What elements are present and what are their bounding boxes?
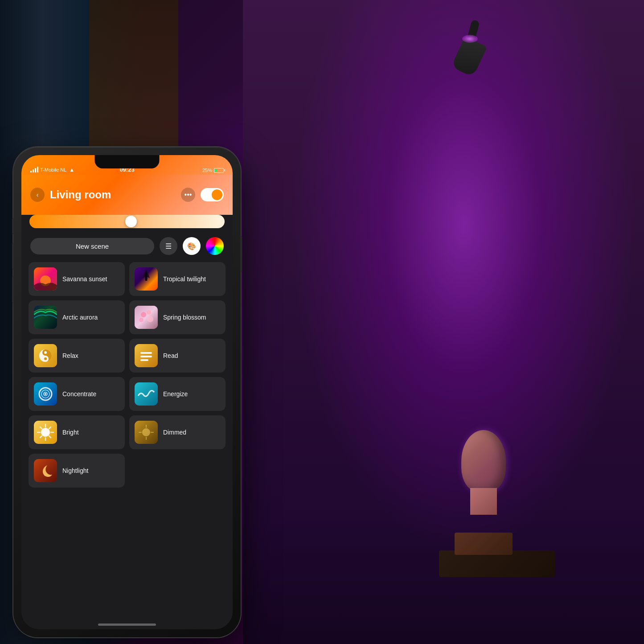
phone-button-right [240, 236, 242, 272]
brightness-thumb [125, 216, 137, 227]
sculpture-neck [470, 488, 497, 515]
phone-button-left-volume-up [12, 243, 14, 270]
scene-item-dimmed[interactable]: Dimmed [129, 415, 226, 449]
scene-item-bright[interactable]: Bright [29, 415, 125, 449]
phone-screen: T-Mobile NL ▲ 09:23 25% ‹ Living room [21, 155, 233, 629]
scene-thumb-nightlight [34, 459, 57, 482]
bg-wall [243, 0, 644, 644]
carrier-label: T-Mobile NL [40, 167, 66, 172]
svg-point-12 [44, 357, 47, 360]
scene-name-energize: Energize [163, 390, 188, 398]
signal-icon [30, 167, 38, 172]
svg-rect-15 [140, 356, 152, 357]
light-fixture [446, 13, 481, 76]
svg-rect-14 [140, 352, 152, 354]
scene-thumb-relax [34, 344, 57, 367]
sculpture [448, 430, 519, 555]
svg-point-34 [142, 428, 150, 436]
svg-rect-4 [135, 306, 158, 329]
list-view-button[interactable]: ☰ [160, 237, 177, 255]
toolbar: New scene ☰ 🎨 [21, 230, 233, 262]
brightness-slider[interactable] [29, 215, 225, 228]
color-wheel-button[interactable] [206, 237, 224, 255]
scene-item-savanna-sunset[interactable]: Savanna sunset [29, 262, 125, 296]
status-left: T-Mobile NL ▲ [30, 167, 95, 173]
palette-view-button[interactable]: 🎨 [183, 237, 201, 255]
list-icon: ☰ [165, 242, 172, 250]
fixture-light [462, 35, 478, 43]
scene-item-read[interactable]: Read [129, 339, 226, 373]
scene-item-energize[interactable]: Energize [129, 377, 226, 411]
phone-body: T-Mobile NL ▲ 09:23 25% ‹ Living room [13, 147, 241, 637]
scene-item-arctic-aurora[interactable]: Arctic aurora [29, 300, 125, 334]
app-header: ‹ Living room ••• [21, 175, 233, 215]
svg-point-24 [41, 428, 50, 437]
scene-item-concentrate[interactable]: Concentrate [29, 377, 125, 411]
svg-point-7 [139, 318, 144, 322]
back-icon: ‹ [37, 191, 39, 198]
svg-point-21 [45, 393, 46, 395]
room-title: Living room [50, 189, 176, 201]
svg-rect-22 [135, 382, 158, 406]
scene-name-arctic: Arctic aurora [62, 314, 98, 321]
scene-thumb-arctic [34, 306, 57, 329]
battery-icon [214, 168, 224, 173]
scene-item-relax[interactable]: Relax [29, 339, 125, 373]
scene-thumb-tropical [135, 267, 158, 291]
battery-percent: 25% [202, 168, 212, 173]
scene-name-concentrate: Concentrate [62, 390, 96, 398]
battery-fill [215, 169, 217, 172]
scenes-grid: Savanna sunset [21, 262, 233, 488]
sculpture-base [455, 533, 513, 555]
scene-thumb-bright [34, 421, 57, 444]
power-toggle[interactable] [201, 188, 224, 201]
scene-name-bright: Bright [62, 429, 79, 436]
phone-button-left-volume-down [12, 276, 14, 303]
scene-thumb-savanna [34, 267, 57, 291]
notch [95, 155, 160, 168]
scene-name-spring: Spring blossom [163, 314, 206, 321]
scene-name-savanna: Savanna sunset [62, 275, 107, 283]
scene-name-relax: Relax [62, 352, 78, 359]
wifi-icon: ▲ [69, 167, 74, 173]
scene-name-nightlight: Nightlight [62, 467, 88, 474]
signal-bar-4 [37, 167, 38, 172]
svg-point-6 [147, 310, 151, 315]
more-icon: ••• [185, 191, 192, 199]
scene-thumb-energize [135, 382, 158, 406]
toggle-thumb [212, 189, 222, 200]
scene-name-tropical: Tropical twilight [163, 275, 206, 283]
svg-point-5 [141, 312, 146, 317]
back-button[interactable]: ‹ [30, 188, 45, 202]
scene-name-dimmed: Dimmed [163, 429, 186, 436]
sculpture-head [461, 430, 506, 492]
scene-thumb-dimmed [135, 421, 158, 444]
svg-rect-16 [140, 359, 148, 361]
svg-point-11 [44, 351, 47, 354]
scene-item-spring-blossom[interactable]: Spring blossom [129, 300, 226, 334]
home-indicator [98, 623, 156, 626]
phone: T-Mobile NL ▲ 09:23 25% ‹ Living room [13, 147, 241, 637]
svg-point-8 [147, 316, 153, 322]
new-scene-button[interactable]: New scene [30, 238, 154, 254]
signal-bar-3 [35, 168, 36, 172]
svg-rect-3 [34, 306, 57, 329]
scene-name-read: Read [163, 352, 178, 359]
phone-button-left-mute [12, 218, 14, 234]
scene-thumb-concentrate [34, 382, 57, 406]
signal-bar-1 [30, 171, 32, 172]
content-area: New scene ☰ 🎨 [21, 230, 233, 629]
scene-item-tropical-twilight[interactable]: Tropical twilight [129, 262, 226, 296]
scene-thumb-read [135, 344, 158, 367]
status-right: 25% [159, 168, 224, 173]
scene-item-nightlight[interactable]: Nightlight [29, 454, 125, 488]
scene-thumb-spring [135, 306, 158, 329]
palette-icon: 🎨 [187, 242, 196, 250]
more-button[interactable]: ••• [181, 188, 195, 202]
signal-bar-2 [33, 169, 34, 172]
